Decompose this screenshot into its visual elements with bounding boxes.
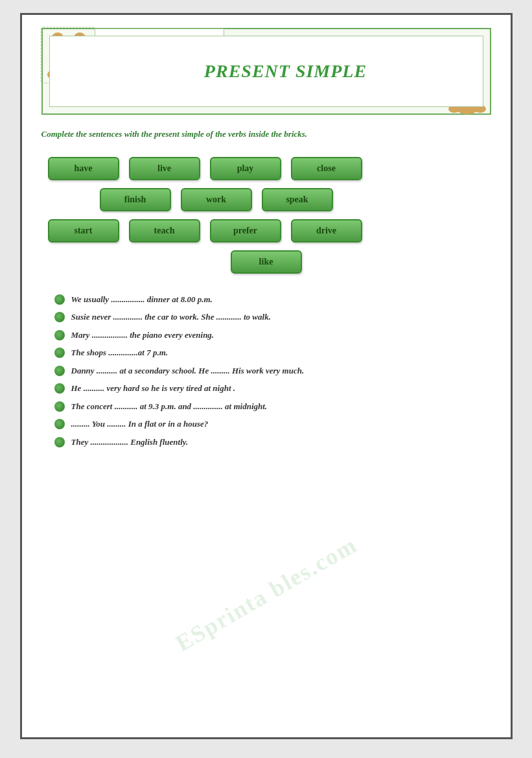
verb-row-3: start teach prefer drive <box>48 219 485 243</box>
sentence-text-1: We usually ................ dinner at 8.… <box>71 293 478 306</box>
bullet-8 <box>54 419 65 429</box>
sentences-section: We usually ................ dinner at 8.… <box>41 293 491 449</box>
sentence-text-2: Susie never .............. the car to wo… <box>71 311 478 324</box>
bullet-9 <box>54 437 65 447</box>
verb-brick-work[interactable]: work <box>181 188 252 211</box>
verbs-container: have live play close finish work speak s… <box>41 157 491 274</box>
sentence-8: ......... You ......... In a flat or in … <box>54 418 478 431</box>
page: PRESENT SIMPLE Complete the sentences wi… <box>20 13 513 739</box>
verb-row-2: finish work speak <box>48 188 485 211</box>
sentence-3: Mary ................. the piano every e… <box>54 329 478 342</box>
sentence-text-6: He .......... very hard so he is very ti… <box>71 382 478 395</box>
verb-brick-prefer[interactable]: prefer <box>210 219 281 243</box>
bullet-2 <box>54 312 65 322</box>
sentence-2: Susie never .............. the car to wo… <box>54 311 478 324</box>
verb-brick-play[interactable]: play <box>210 157 281 180</box>
bullet-1 <box>54 294 65 305</box>
verb-brick-have[interactable]: have <box>48 157 119 180</box>
bullet-4 <box>54 348 65 358</box>
verb-brick-close[interactable]: close <box>291 157 362 180</box>
sentence-text-8: ......... You ......... In a flat or in … <box>71 418 478 431</box>
sentence-9: They .................. English fluently… <box>54 436 478 449</box>
page-title: PRESENT SIMPLE <box>204 61 367 82</box>
sentence-text-4: The shops ..............at 7 p.m. <box>71 346 478 359</box>
verb-brick-teach[interactable]: teach <box>129 219 200 243</box>
verb-row-4: like <box>48 250 485 274</box>
sentence-7: The concert ........... at 9.3 p.m. and … <box>54 400 478 413</box>
bullet-6 <box>54 383 65 394</box>
instructions: Complete the sentences with the present … <box>41 128 491 141</box>
sentence-1: We usually ................ dinner at 8.… <box>54 293 478 306</box>
sentence-4: The shops ..............at 7 p.m. <box>54 346 478 359</box>
sentence-text-9: They .................. English fluently… <box>71 436 478 449</box>
verb-brick-like[interactable]: like <box>231 250 302 274</box>
sentence-6: He .......... very hard so he is very ti… <box>54 382 478 395</box>
sentence-5: Danny .......... at a secondary school. … <box>54 364 478 377</box>
bullet-7 <box>54 401 65 412</box>
verb-brick-speak[interactable]: speak <box>262 188 333 211</box>
verb-brick-finish[interactable]: finish <box>100 188 171 211</box>
verb-row-1: have live play close <box>48 157 485 180</box>
sentence-text-3: Mary ................. the piano every e… <box>71 329 478 342</box>
watermark: ESprinta bles.com <box>170 531 362 657</box>
header-inner: PRESENT SIMPLE <box>49 36 483 107</box>
verb-brick-drive[interactable]: drive <box>291 219 362 243</box>
bullet-3 <box>54 330 65 340</box>
header-box: PRESENT SIMPLE <box>41 28 491 115</box>
verb-brick-start[interactable]: start <box>48 219 119 243</box>
sentence-text-5: Danny .......... at a secondary school. … <box>71 364 478 377</box>
bullet-5 <box>54 366 65 376</box>
verb-brick-live[interactable]: live <box>129 157 200 180</box>
sentence-text-7: The concert ........... at 9.3 p.m. and … <box>71 400 478 413</box>
